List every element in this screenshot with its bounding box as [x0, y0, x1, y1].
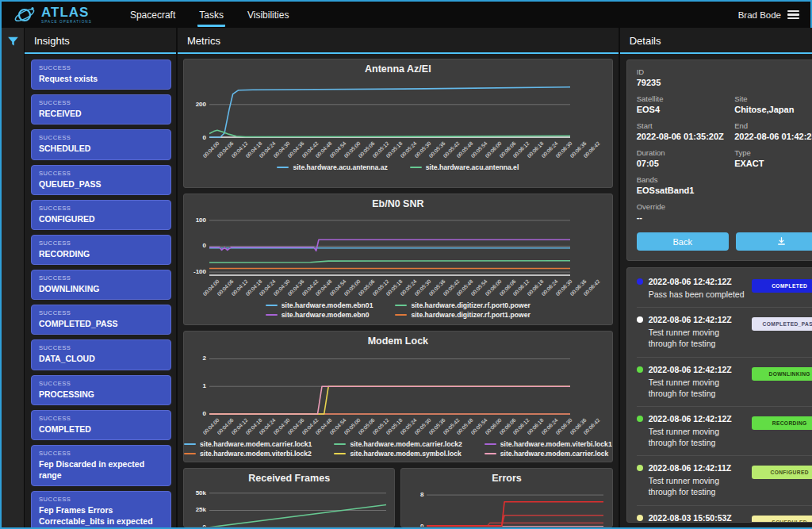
insight-label: QUEUED_PASS: [39, 178, 163, 190]
insight-card[interactable]: SUCCESSDOWNLINKING: [31, 270, 171, 300]
chart-title: Eb/N0 SNR: [184, 194, 612, 213]
insights-panel: Insights SUCCESSRequest existsSUCCESSREC…: [25, 28, 178, 527]
detail-field: Start2022-08-06 01:35:20Z: [637, 121, 730, 141]
legend-swatch: [277, 167, 289, 168]
insight-card[interactable]: SUCCESSFep Discarded in expected range: [31, 445, 171, 486]
y-tick-label: 1: [184, 382, 206, 389]
insight-label: DATA_CLOUD: [39, 353, 163, 364]
chart-legend: site.hardware.modem.ebn01site.hardware.d…: [184, 301, 612, 322]
insight-card[interactable]: SUCCESSQUEUED_PASS: [31, 165, 171, 195]
event-dot: [637, 465, 643, 471]
insight-card[interactable]: SUCCESSCOMPLETED_PASS: [31, 305, 171, 335]
event-status-badge: COMPLETED_PASS: [752, 317, 812, 331]
legend-item[interactable]: site.hardware.modem.carrier.lock1: [184, 440, 312, 448]
legend-item[interactable]: site.hardware.modem.carrier.lock: [485, 450, 612, 458]
insight-status: SUCCESS: [39, 240, 163, 247]
chart-x-axis-labels: 00:04:0000:04:0600:04:1200:04:1800:04:24…: [209, 415, 604, 440]
insight-card[interactable]: SUCCESSDATA_CLOUD: [31, 339, 171, 370]
event-item: 2022-08-06 12:42:12ZTest runner moving t…: [637, 308, 812, 357]
details-panel: Details ID79235SatelliteEOS4SiteChitose,…: [620, 28, 812, 527]
logo-title: ATLAS: [41, 6, 92, 19]
insight-status: SUCCESS: [39, 134, 163, 141]
legend-item[interactable]: site.hardware.modem.viterbi.lock2: [184, 450, 312, 458]
event-status-badge: CONFIGURED: [752, 466, 812, 479]
legend-swatch: [334, 453, 346, 454]
filter-funnel-icon[interactable]: [6, 35, 20, 48]
event-status-badge: COMPLETED: [752, 279, 812, 293]
chart-legend: site.hardware.modem.carrier.lock1site.ha…: [184, 440, 612, 461]
user-name: Brad Bode: [738, 10, 781, 20]
event-dot: [637, 515, 643, 521]
legend-item[interactable]: site.hardware.modem.ebn0: [266, 311, 373, 319]
detail-field: ID79235: [637, 67, 812, 87]
insight-card[interactable]: SUCCESSPROCESSING: [31, 375, 171, 405]
metrics-panel: Metrics Antenna Az/El 0200 00:04:0000:04…: [178, 28, 620, 527]
legend-item[interactable]: site.hardware.digitizer.rf.port1.power: [395, 311, 530, 319]
legend-item[interactable]: site.hardware.digitizer.rf.port0.power: [395, 301, 530, 309]
chart-ebn0-snr: Eb/N0 SNR 1000-100 00:04:0000:04:0600:04…: [183, 194, 613, 325]
legend-item[interactable]: site.hardware.modem.carrier.lock2: [334, 440, 462, 448]
event-status-badge: SCHEDULED: [752, 516, 812, 523]
chart-x-axis-labels: 00:04:0000:04:0600:04:1200:04:1800:04:24…: [209, 276, 604, 301]
legend-swatch: [184, 443, 196, 445]
event-status-badge: RECORDING: [752, 416, 812, 430]
insights-list: SUCCESSRequest existsSUCCESSRECEIVEDSUCC…: [25, 54, 176, 527]
legend-swatch: [395, 305, 407, 306]
chart-title: Antenna Az/El: [184, 59, 612, 78]
filter-rail: [2, 28, 25, 527]
download-button[interactable]: [736, 232, 812, 251]
atlas-logo[interactable]: ATLAS SPACE OPERATIONS: [13, 5, 92, 25]
main-nav: Spacecraft Tasks Visibilities: [128, 2, 291, 28]
y-tick-label: 0: [401, 523, 423, 527]
insight-card[interactable]: SUCCESSRECEIVED: [31, 94, 171, 125]
chart-title: Modem Lock: [184, 332, 612, 350]
detail-field: SatelliteEOS4: [637, 94, 730, 114]
nav-tasks[interactable]: Tasks: [197, 3, 225, 27]
legend-item[interactable]: site.hardware.acu.antenna.el: [410, 163, 519, 171]
detail-field: End2022-08-06 01:42:25Z: [734, 121, 812, 141]
insight-label: RECORDING: [39, 248, 163, 259]
insight-label: Fep Frames Errors Correctable_bits in ex…: [39, 504, 163, 527]
insight-card[interactable]: SUCCESSFep Frames Errors Correctable_bit…: [31, 491, 171, 527]
chart-errors: Errors 08 00:04:0000:04:1200:04:2400:04:…: [400, 468, 612, 527]
event-item: 2022-08-06 12:42:11ZTest runner moving t…: [637, 456, 812, 505]
user-menu[interactable]: Brad Bode: [738, 10, 799, 20]
event-dot: [637, 278, 643, 285]
globe-orbit-icon: [13, 5, 36, 25]
legend-item[interactable]: site.hardware.modem.viterbi.lock1: [485, 440, 612, 448]
insight-status: SUCCESS: [39, 99, 163, 106]
chart-modem-lock: Modem Lock 012 00:04:0000:04:0600:04:120…: [183, 331, 613, 462]
y-tick-label: 0: [184, 410, 206, 417]
legend-item[interactable]: site.hardware.modem.ebn01: [266, 301, 373, 309]
insight-card[interactable]: SUCCESSSCHEDULED: [31, 129, 171, 159]
y-tick-label: 25k: [184, 506, 206, 513]
insight-card[interactable]: SUCCESSRECORDING: [31, 235, 171, 265]
nav-spacecraft[interactable]: Spacecraft: [128, 3, 177, 27]
back-button[interactable]: Back: [637, 232, 729, 251]
insight-label: COMPLETED: [39, 424, 163, 435]
insight-status: SUCCESS: [39, 309, 163, 316]
y-tick-label: 100: [184, 217, 206, 224]
insight-status: SUCCESS: [39, 170, 163, 177]
event-dot: [637, 416, 643, 422]
legend-item[interactable]: site.hardware.modem.symbol.lock: [334, 450, 462, 458]
chart-title: Received Frames: [184, 469, 394, 487]
insight-status: SUCCESS: [39, 205, 163, 212]
legend-item[interactable]: site.hardware.acu.antenna.az: [277, 163, 387, 171]
legend-swatch: [334, 443, 346, 445]
event-item: 2022-08-06 12:42:12ZTest runner moving t…: [637, 407, 812, 456]
task-info-card: ID79235SatelliteEOS4SiteChitose,JapanSta…: [626, 59, 812, 261]
chart-plot-area: 1000-100: [184, 213, 612, 276]
insight-card[interactable]: SUCCESSRequest exists: [31, 59, 171, 90]
event-item: 2022-08-03 15:50:53ZTask scheduled from …: [637, 506, 812, 523]
insight-card[interactable]: SUCCESSCOMPLETED: [31, 410, 171, 440]
legend-swatch: [395, 314, 407, 316]
metrics-title: Metrics: [178, 28, 619, 54]
detail-field: SiteChitose,Japan: [734, 94, 812, 114]
nav-visibilities[interactable]: Visibilities: [246, 3, 290, 27]
insight-status: SUCCESS: [39, 450, 163, 457]
insight-status: SUCCESS: [39, 64, 163, 71]
insight-card[interactable]: SUCCESSCONFIGURED: [31, 200, 171, 230]
y-tick-label: 0: [184, 242, 206, 249]
chart-received-frames: Received Frames 025k50k 00:04:0000:04:12…: [183, 468, 395, 527]
